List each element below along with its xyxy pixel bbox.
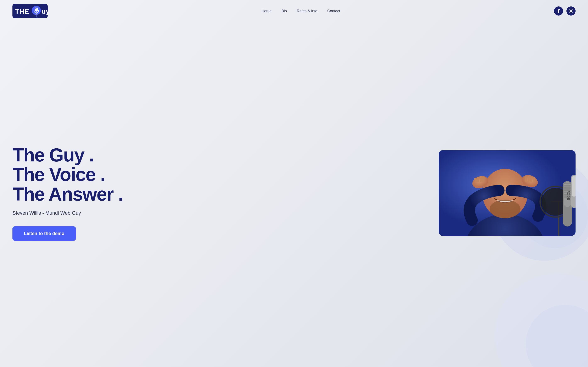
main-nav: Home Bio Rates & Info Contact bbox=[262, 9, 340, 13]
hero-section: The Guy . The Voice . The Answer . Steve… bbox=[0, 22, 588, 367]
listen-demo-button[interactable]: Listen to the demo bbox=[12, 226, 76, 241]
logo-svg: THE G uy bbox=[12, 4, 48, 18]
svg-rect-40 bbox=[564, 187, 571, 189]
logo[interactable]: THE G uy bbox=[12, 4, 48, 18]
nav-contact[interactable]: Contact bbox=[327, 9, 340, 13]
svg-rect-42 bbox=[564, 192, 571, 193]
nav-rates-info[interactable]: Rates & Info bbox=[297, 9, 317, 13]
hero-image-area: RØDE bbox=[439, 150, 576, 236]
nav-home[interactable]: Home bbox=[262, 9, 272, 13]
nav-bio[interactable]: Bio bbox=[281, 9, 287, 13]
svg-rect-28 bbox=[528, 176, 529, 182]
hero-image: RØDE bbox=[439, 150, 576, 236]
hero-title-line3: The Answer . bbox=[12, 184, 123, 205]
social-icons bbox=[554, 6, 576, 16]
svg-text:uy: uy bbox=[42, 7, 48, 15]
hero-title-line1: The Guy . bbox=[12, 145, 94, 165]
hero-photo-svg: RØDE bbox=[439, 150, 576, 236]
site-header: THE G uy Home Bio Rates & Info Contact bbox=[0, 0, 588, 22]
svg-rect-41 bbox=[564, 189, 571, 191]
svg-rect-10 bbox=[569, 9, 573, 13]
hero-title-line2: The Voice . bbox=[12, 164, 105, 185]
svg-point-11 bbox=[570, 10, 572, 12]
hero-title: The Guy . The Voice . The Answer . bbox=[12, 145, 128, 204]
svg-text:THE: THE bbox=[15, 7, 29, 15]
svg-point-12 bbox=[572, 10, 572, 10]
svg-rect-38 bbox=[564, 183, 571, 184]
svg-rect-43 bbox=[564, 194, 571, 196]
svg-text:G: G bbox=[35, 7, 37, 10]
svg-rect-39 bbox=[564, 185, 571, 186]
svg-rect-25 bbox=[480, 176, 482, 182]
hero-content: The Guy . The Voice . The Answer . Steve… bbox=[12, 145, 137, 241]
instagram-icon[interactable] bbox=[566, 6, 576, 16]
facebook-icon[interactable] bbox=[554, 6, 563, 16]
svg-rect-44 bbox=[564, 196, 571, 198]
hero-subtitle: Steven Willis - Mundi Web Guy bbox=[12, 210, 128, 216]
svg-rect-46 bbox=[572, 176, 576, 196]
